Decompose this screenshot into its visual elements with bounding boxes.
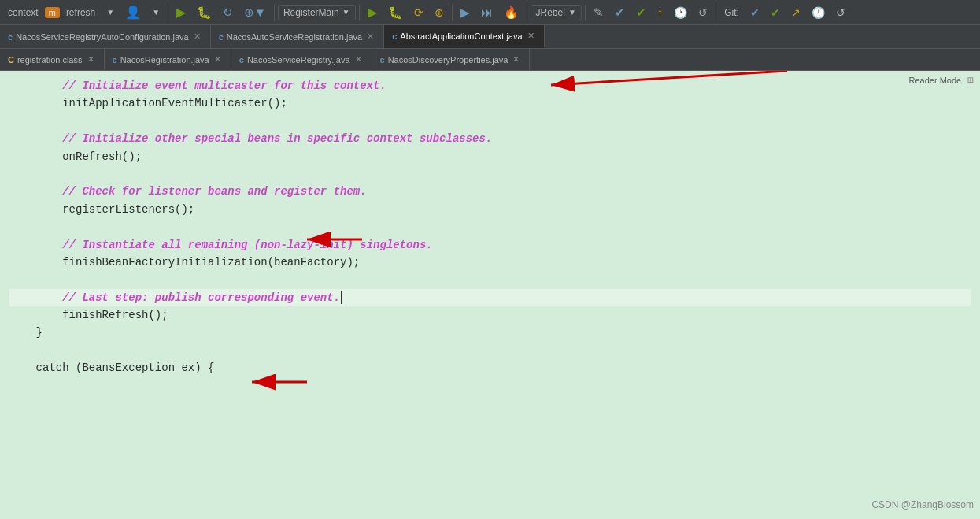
code-area: Reader Mode ⊞ // Initialize event multic… (0, 71, 980, 519)
tab-label-2: NacosAutoServiceRegistration.java (227, 32, 362, 42)
toolbar-jrebel[interactable]: JRebel ▼ (531, 5, 582, 20)
register-main-arrow: ▼ (342, 8, 350, 17)
code-line-7: // Check for listener beans and register… (9, 183, 971, 200)
toolbar-debug-btn[interactable]: 🐛 (192, 4, 216, 21)
tab-nacos-auto-service-reg[interactable]: c NacosAutoServiceRegistration.java ✕ (211, 25, 385, 48)
toolbar-step-into[interactable]: ⏭ (476, 4, 497, 20)
tab-nacos-registration[interactable]: c NacosRegistration.java ✕ (105, 49, 231, 70)
tab-registration-class[interactable]: C registration.class ✕ (0, 49, 105, 70)
toolbar-git-push[interactable]: ↗ (786, 5, 805, 20)
toolbar-vcs-push[interactable]: ↑ (653, 4, 668, 20)
toolbar-play-green[interactable]: ▶ (363, 3, 382, 21)
toolbar-step-over[interactable]: ▶ (456, 4, 475, 21)
tab-icon-class1: C (8, 55, 14, 65)
tab-icon-c3: c (392, 32, 397, 41)
code-line-17: catch (BeansException ex) { (9, 359, 971, 376)
tab-icon-c5: c (239, 55, 244, 65)
tab-label-1: NacosServiceRegistryAutoConfiguration.ja… (16, 32, 189, 42)
code-content[interactable]: // Initialize event multicaster for this… (0, 71, 980, 519)
tab-icon-c2: c (219, 32, 224, 42)
toolbar: context m refresh ▼ 👤 ▼ ▶ 🐛 ↻ ⊕▼ Registe… (0, 0, 980, 25)
code-line-4: // Initialize other special beans in spe… (9, 130, 971, 147)
toolbar-git-rollback[interactable]: ↺ (831, 5, 850, 20)
tab-close-3[interactable]: ✕ (526, 31, 536, 41)
sep5 (527, 5, 527, 20)
toolbar-refresh-dropdown[interactable]: ▼ (102, 6, 119, 18)
toolbar-avatar[interactable]: m (45, 7, 60, 18)
toolbar-run-btn[interactable]: ▶ (172, 3, 190, 21)
sep1 (168, 5, 168, 20)
toolbar-git-check2[interactable]: ✔ (766, 5, 785, 20)
toolbar-history[interactable]: 🕐 (669, 5, 692, 20)
tab-label-5: NacosRegistration.java (120, 55, 209, 65)
tab-label-7: NacosDiscoveryProperties.java (388, 55, 508, 65)
tab-icon-c1: c (8, 32, 13, 42)
toolbar-coverage-btn[interactable]: ⊕ (430, 5, 449, 20)
toolbar-git-history[interactable]: 🕐 (807, 5, 830, 20)
tab-close-5[interactable]: ✕ (213, 54, 223, 65)
code-line-13: // Last step: publish corresponding even… (9, 289, 971, 306)
code-line-10: // Instantiate all remaining (non-lazy-i… (9, 236, 971, 254)
tab-bar-2: C registration.class ✕ c NacosRegistrati… (0, 49, 980, 71)
toolbar-user-icon[interactable]: 👤 (120, 3, 146, 21)
tab-bar-1: c NacosServiceRegistryAutoConfiguration.… (0, 25, 980, 49)
code-line-3 (9, 113, 971, 130)
toolbar-rollback[interactable]: ↺ (693, 5, 712, 20)
toolbar-reload-btn[interactable]: ↻ (218, 4, 238, 21)
sep4 (452, 5, 453, 20)
code-line-6 (9, 165, 971, 183)
jrebel-label: JRebel (536, 7, 565, 18)
toolbar-context[interactable]: context (3, 6, 43, 20)
toolbar-force-step[interactable]: 🔥 (499, 4, 523, 21)
context-label: context (8, 7, 39, 18)
tab-label-4: registration.class (17, 55, 83, 65)
jrebel-arrow: ▼ (568, 8, 576, 17)
tab-nacos-service-registry[interactable]: c NacosServiceRegistry.java ✕ (231, 49, 372, 70)
code-line-5: onRefresh(); (9, 148, 971, 165)
toolbar-hotswap-btn[interactable]: ⟳ (409, 5, 428, 20)
tab-close-6[interactable]: ✕ (353, 54, 364, 65)
tab-icon-c6: c (380, 55, 385, 65)
watermark: CSDN @ZhangBlossom (871, 498, 974, 513)
toolbar-refresh[interactable]: refresh (61, 6, 100, 20)
toolbar-debug2-btn[interactable]: 🐛 (383, 4, 408, 21)
tab-nacos-registry-auto-config[interactable]: c NacosServiceRegistryAutoConfiguration.… (0, 25, 211, 48)
tab-close-4[interactable]: ✕ (86, 54, 96, 65)
code-line-1: // Initialize event multicaster for this… (9, 77, 971, 95)
code-line-15: } (9, 324, 971, 341)
code-line-12 (9, 271, 971, 288)
tab-nacos-discovery-properties[interactable]: c NacosDiscoveryProperties.java ✕ (372, 49, 531, 70)
toolbar-register-main[interactable]: RegisterMain ▼ (278, 5, 356, 20)
code-line-14: finishRefresh(); (9, 306, 971, 324)
tab-close-7[interactable]: ✕ (511, 54, 521, 65)
code-line-2: initApplicationEventMulticaster(); (9, 95, 971, 112)
tab-icon-c4: c (113, 55, 117, 65)
tab-label-6: NacosServiceRegistry.java (247, 55, 350, 65)
code-line-8: registerListeners(); (9, 201, 971, 218)
tab-close-2[interactable]: ✕ (365, 32, 375, 42)
toolbar-git-label: Git: (719, 6, 744, 20)
sep2 (274, 5, 275, 20)
toolbar-vcs-edit[interactable]: ✎ (589, 4, 608, 21)
code-line-11: finishBeanFactoryInitialization(beanFact… (9, 254, 971, 271)
sep6 (585, 5, 586, 20)
tab-label-3: AbstractApplicationContext.java (400, 32, 522, 41)
code-line-16 (9, 342, 971, 359)
tab-abstract-app-context[interactable]: c AbstractApplicationContext.java ✕ (384, 25, 544, 48)
toolbar-reload-dropdown[interactable]: ⊕▼ (239, 4, 271, 21)
toolbar-vcs-check1[interactable]: ✔ (610, 4, 630, 21)
register-main-label: RegisterMain (283, 7, 339, 18)
sep7 (716, 5, 716, 20)
tab-close-1[interactable]: ✕ (192, 32, 202, 42)
code-line-9 (9, 218, 971, 235)
toolbar-user-dropdown[interactable]: ▼ (147, 6, 165, 18)
toolbar-git-check[interactable]: ✔ (745, 5, 764, 20)
toolbar-vcs-check2[interactable]: ✔ (631, 4, 651, 21)
sep3 (359, 5, 360, 20)
